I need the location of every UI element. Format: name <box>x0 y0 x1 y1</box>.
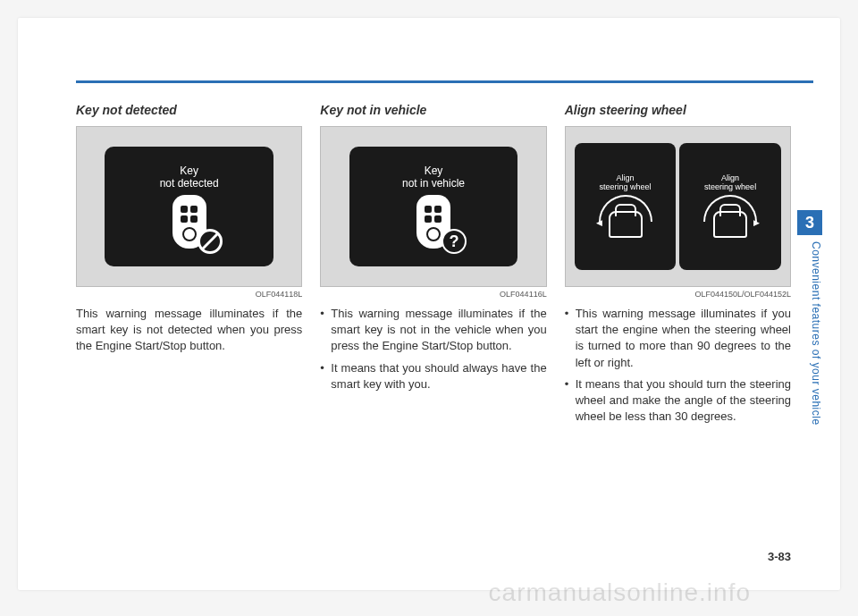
key-fob-prohibit-icon <box>172 195 206 249</box>
bullet-list: This warning message illuminates if you … <box>565 306 791 425</box>
body-text: This warning message illuminates if the … <box>76 306 302 355</box>
content-columns: Key not detected Key not detected OLF044… <box>76 103 791 430</box>
column-title: Key not detected <box>76 103 302 117</box>
column-key-not-in-vehicle: Key not in vehicle Key not in vehicle ? … <box>320 103 546 430</box>
list-item: This warning message illuminates if the … <box>320 306 546 355</box>
figure-caption: OLF044116L <box>320 290 546 299</box>
screen-text: Key not in vehicle <box>402 165 465 190</box>
list-item: It means that you should always have the… <box>320 360 546 392</box>
figure-align-steering: Align steering wheel Align steering whee… <box>565 126 791 287</box>
key-fob-question-icon: ? <box>416 195 450 249</box>
warning-screen-left: Align steering wheel <box>575 143 677 270</box>
column-align-steering: Align steering wheel Align steering whee… <box>565 103 791 430</box>
list-item: This warning message illuminates if you … <box>565 306 791 371</box>
prohibit-icon <box>198 229 223 254</box>
figure-caption: OLF044118L <box>76 290 302 299</box>
chapter-tab: 3 <box>797 210 822 235</box>
figure-caption: OLF044150L/OLF044152L <box>565 290 791 299</box>
screen-text: Align steering wheel <box>599 173 651 191</box>
warning-screen-dual: Align steering wheel Align steering whee… <box>575 143 781 270</box>
figure-key-not-detected: Key not detected <box>76 126 302 287</box>
column-key-not-detected: Key not detected Key not detected OLF044… <box>76 103 302 430</box>
warning-screen: Key not detected <box>105 147 273 266</box>
bullet-list: This warning message illuminates if the … <box>320 306 546 392</box>
steering-left-icon <box>599 195 652 240</box>
top-rule <box>76 80 813 83</box>
warning-screen: Key not in vehicle ? <box>349 147 517 266</box>
watermark: carmanualsonline.info <box>489 578 751 607</box>
list-item: It means that you should turn the steeri… <box>565 376 791 426</box>
column-title: Key not in vehicle <box>320 103 546 117</box>
figure-key-not-in-vehicle: Key not in vehicle ? <box>320 126 546 287</box>
warning-screen-right: Align steering wheel <box>679 143 781 270</box>
page-number: 3-83 <box>768 550 791 563</box>
screen-text: Key not detected <box>160 165 219 190</box>
column-title: Align steering wheel <box>565 103 791 117</box>
manual-page: Key not detected Key not detected OLF044… <box>18 18 840 590</box>
screen-text: Align steering wheel <box>704 173 756 191</box>
question-icon: ? <box>442 229 467 254</box>
steering-right-icon <box>703 195 757 240</box>
chapter-title-vertical: Convenient features of your vehicle <box>797 241 822 438</box>
